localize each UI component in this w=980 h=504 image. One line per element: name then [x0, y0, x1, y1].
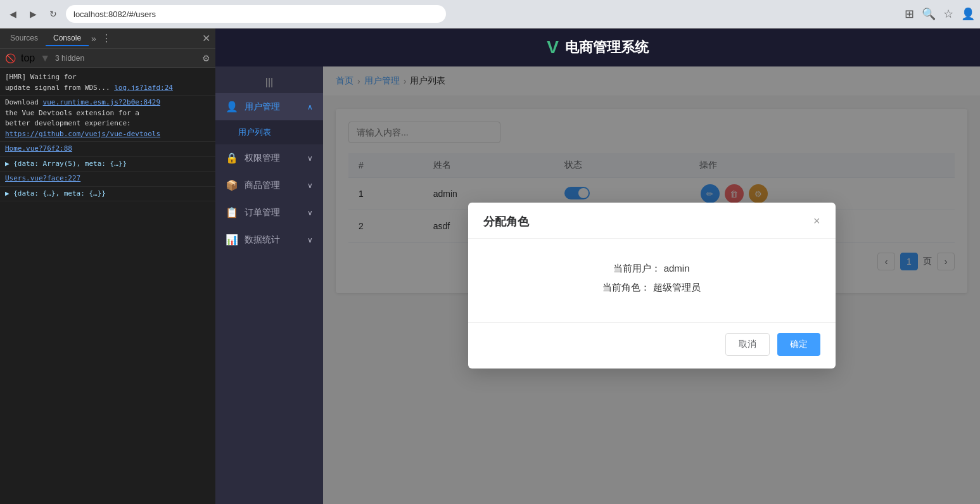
- tab-more[interactable]: »: [89, 34, 99, 44]
- browser-chrome: ◀ ▶ ↻ localhost:8082/#/users ⊞ 🔍 ☆ 👤: [0, 0, 980, 28]
- user-icon: 👤: [226, 101, 238, 113]
- forward-button[interactable]: ▶: [25, 6, 41, 22]
- sidebar-label-product: 商品管理: [245, 180, 280, 191]
- dialog-header: 分配角色 ×: [468, 203, 836, 239]
- console-entry-devtools: Download vue.runtime.esm.js?2b0e:8429 th…: [0, 96, 215, 142]
- role-label: 当前角色：: [602, 282, 650, 293]
- role-value: 超级管理员: [653, 282, 701, 293]
- user-submenu: 用户列表: [215, 120, 323, 144]
- app-header: V 电商管理系统: [215, 28, 980, 66]
- devtools-panel: Sources Console » ⋮ ✕ 🚫 top ▼ 3 hidden ⚙…: [0, 28, 215, 504]
- dialog-assign-role: 分配角色 × 当前用户： admin 当前角色： 超级管理员: [468, 203, 836, 369]
- app-body: ||| 👤 用户管理 ∧ 用户列表 🔒 权限管理 ∨ 📦 商品管理 ∨: [215, 66, 980, 504]
- product-icon: 📦: [226, 179, 238, 191]
- dialog-footer: 取消 确定: [468, 322, 836, 369]
- users-link[interactable]: Users.vue?face:227: [5, 174, 80, 182]
- tab-menu[interactable]: ⋮: [99, 32, 114, 44]
- sidebar-label-order: 订单管理: [245, 207, 280, 218]
- filter-dropdown[interactable]: ▼: [40, 53, 50, 64]
- sidebar-label-permission: 权限管理: [245, 153, 280, 164]
- current-role-line: 当前角色： 超级管理员: [483, 278, 820, 297]
- vue-link[interactable]: vue.runtime.esm.js?2b0e:8429: [43, 98, 160, 106]
- profile-icon[interactable]: 👤: [961, 7, 975, 21]
- devtools-tabs: Sources Console » ⋮ ✕: [0, 28, 215, 49]
- current-user-line: 当前用户： admin: [483, 259, 820, 278]
- address-bar[interactable]: localhost:8082/#/users: [66, 5, 446, 23]
- back-button[interactable]: ◀: [5, 6, 20, 22]
- console-entry-hmr: [HMR] Waiting forupdate signal from WDS.…: [0, 70, 215, 96]
- user-label: 当前用户：: [613, 263, 661, 274]
- console-entry-users: Users.vue?face:227: [0, 172, 215, 187]
- dialog-body: 当前用户： admin 当前角色： 超级管理员: [468, 239, 836, 322]
- arrow-down-icon-prod: ∨: [307, 181, 313, 190]
- user-value: admin: [664, 263, 690, 274]
- devtools-console: [HMR] Waiting forupdate signal from WDS.…: [0, 68, 215, 504]
- settings-icon[interactable]: ⚙: [202, 53, 210, 63]
- translate-icon[interactable]: ⊞: [905, 7, 914, 21]
- sidebar-item-stats[interactable]: 📊 数据统计 ∨: [215, 226, 323, 253]
- arrow-down-icon-order: ∨: [307, 208, 313, 217]
- browser-actions: ⊞ 🔍 ☆ 👤: [905, 7, 975, 21]
- log-link[interactable]: log.js?1afd:24: [114, 84, 173, 92]
- sidebar-item-permission[interactable]: 🔒 权限管理 ∨: [215, 144, 323, 172]
- github-link[interactable]: https://github.com/vuejs/vue-devtools: [5, 130, 160, 138]
- hidden-count: 3 hidden: [55, 54, 84, 63]
- sidebar-item-product[interactable]: 📦 商品管理 ∨: [215, 172, 323, 199]
- sidebar-label-user-management: 用户管理: [245, 101, 280, 113]
- order-icon: 📋: [226, 206, 238, 218]
- filter-icon: 🚫: [5, 53, 16, 63]
- dialog-title: 分配角色: [483, 214, 529, 229]
- arrow-down-icon-stats: ∨: [307, 236, 313, 244]
- devtools-filter-bar: 🚫 top ▼ 3 hidden ⚙: [0, 49, 215, 68]
- url-text: localhost:8082/#/users: [73, 9, 156, 19]
- tab-close[interactable]: ✕: [200, 32, 213, 44]
- app-title-text: 电商管理系统: [565, 38, 649, 57]
- sidebar-item-user-list[interactable]: 用户列表: [215, 120, 323, 144]
- collapse-button[interactable]: |||: [215, 72, 323, 93]
- dialog-close-button[interactable]: ×: [813, 215, 820, 228]
- lock-icon: 🔒: [226, 152, 238, 164]
- arrow-up-icon: ∧: [307, 103, 313, 111]
- home-link[interactable]: Home.vue?76f2:88: [5, 144, 72, 153]
- main-content: 首页 › 用户管理 › 用户列表 #: [323, 66, 980, 504]
- vue-logo: V: [547, 37, 559, 58]
- dialog-user-info: 当前用户： admin 当前角色： 超级管理员: [483, 259, 820, 297]
- tab-console[interactable]: Console: [46, 31, 89, 46]
- app-title: V 电商管理系统: [547, 37, 649, 58]
- modal-overlay: 分配角色 × 当前用户： admin 当前角色： 超级管理员: [323, 66, 980, 504]
- search-icon[interactable]: 🔍: [922, 7, 936, 21]
- console-entry-object: ▶ {data: {…}, meta: {…}}: [0, 187, 215, 202]
- sidebar-label-stats: 数据统计: [245, 234, 280, 246]
- sidebar-item-user-management[interactable]: 👤 用户管理 ∧: [215, 93, 323, 120]
- app-wrapper: V 电商管理系统 ||| 👤 用户管理 ∧ 用户列表 🔒 权限管理 ∨: [215, 28, 980, 504]
- arrow-down-icon-perm: ∨: [307, 154, 313, 163]
- tab-sources[interactable]: Sources: [3, 31, 46, 46]
- sidebar: ||| 👤 用户管理 ∧ 用户列表 🔒 权限管理 ∨ 📦 商品管理 ∨: [215, 66, 323, 504]
- filter-top-label: top: [21, 53, 35, 64]
- console-entry-home: Home.vue?76f2:88: [0, 142, 215, 157]
- refresh-button[interactable]: ↻: [46, 6, 61, 22]
- sidebar-item-order[interactable]: 📋 订单管理 ∨: [215, 199, 323, 226]
- bookmark-icon[interactable]: ☆: [943, 7, 953, 21]
- cancel-button[interactable]: 取消: [725, 333, 770, 356]
- confirm-button[interactable]: 确定: [777, 333, 820, 356]
- console-entry-array: ▶ {data: Array(5), meta: {…}}: [0, 157, 215, 172]
- stats-icon: 📊: [226, 234, 238, 246]
